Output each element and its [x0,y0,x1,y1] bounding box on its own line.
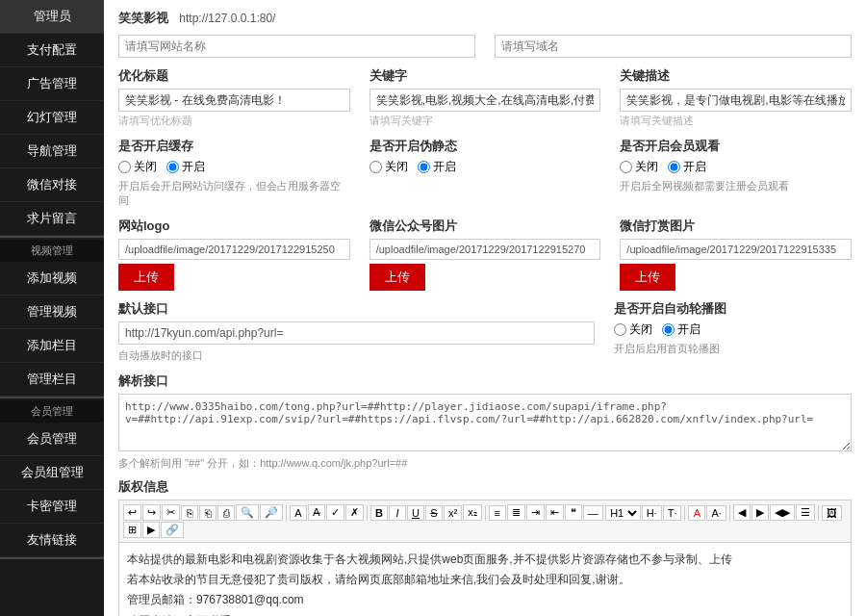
editor-btn-t-dot[interactable]: T· [663,505,682,521]
sidebar-item-member-group[interactable]: 会员组管理 [0,456,104,490]
editor-btn-selectall[interactable]: A [290,505,307,521]
cache-on-label[interactable]: 开启 [166,159,205,175]
editor-btn-outdent[interactable]: ⇤ [546,504,564,521]
editor-btn-h-dot[interactable]: H· [642,505,662,521]
sidebar-section-video: 视频管理 添加视频 管理视频 添加栏目 管理栏目 [0,240,104,398]
editor-btn-align-center[interactable]: ▶ [751,504,769,521]
editor-btn-copy[interactable]: ⎘ [181,505,198,521]
member-view-off-label[interactable]: 关闭 [620,159,658,175]
sidebar-item-member[interactable]: 会员管理 [0,423,104,456]
editor-btn-image[interactable]: 🖼 [822,505,842,521]
editor-btn-find[interactable]: 🔍 [236,504,259,521]
optimization-hint: 请填写优化标题 [118,114,350,128]
editor-select-heading[interactable]: H1H2H3p [605,505,641,521]
sidebar-item-ad[interactable]: 广告管理 [0,67,104,101]
editor-btn-align-left[interactable]: ◀ [733,504,751,521]
parser-input[interactable]: http://www.0335haibo.com/tong.php?url=##… [118,394,852,451]
editor-btn-link[interactable]: 🔗 [161,522,184,538]
editor-btn-font-color[interactable]: A [688,505,705,521]
copyright-section: 版权信息 ↩ ↪ ✂ ⎘ ⎗ ⎙ 🔍 🔎 A A̶ ✓ ✗ B I U S x²… [118,478,852,616]
editor-btn-superscript[interactable]: x² [444,505,462,521]
static-col: 是否开启伪静态 关闭 开启 [369,138,601,179]
auto-play-off-radio[interactable] [614,323,626,336]
sidebar-item-manage-video[interactable]: 管理视频 [0,295,104,329]
keywords-input[interactable] [369,89,601,112]
editor-btn-ol[interactable]: ≡ [489,505,506,521]
editor-btn-undo[interactable]: ↩ [123,504,141,521]
site-name-field [118,35,475,58]
auto-play-on-label[interactable]: 开启 [662,321,700,338]
member-view-on-radio[interactable] [668,161,680,173]
editor-btn-close[interactable]: ✗ [345,504,364,521]
sidebar-item-manage-category[interactable]: 管理栏目 [0,363,104,397]
member-view-on-label[interactable]: 开启 [668,159,706,175]
keywords-label: 关键字 [369,67,601,85]
editor-btn-bg-color[interactable]: A· [706,505,726,521]
sidebar-item-wechat[interactable]: 微信对接 [0,168,104,202]
sidebar-item-nav[interactable]: 导航管理 [0,135,104,168]
interface-row: 默认接口 自动播放时的接口 是否开启自动轮播图 关闭 开启 开启后启用首页轮播图 [118,300,852,363]
editor-btn-replace[interactable]: 🔎 [260,504,283,521]
editor-divider-5 [729,505,730,521]
site-name-input[interactable] [118,35,475,58]
editor-btn-align-right[interactable]: ◀▶ [770,504,795,521]
editor-btn-subscript[interactable]: x₂ [463,504,482,521]
auto-play-off-label[interactable]: 关闭 [614,321,652,338]
auto-play-radio-group: 关闭 开启 [614,321,852,338]
copyright-line-3: 管理员邮箱：976738801@qq.com [127,591,843,609]
editor-btn-align-justify[interactable]: ☰ [796,504,815,521]
editor-btn-spellcheck[interactable]: ✓ [326,504,344,521]
auto-play-on-radio[interactable] [662,323,675,336]
editor-btn-underline[interactable]: U [407,505,424,521]
cache-off-radio[interactable] [118,161,131,173]
static-off-radio[interactable] [369,161,382,173]
editor-btn-cut[interactable]: ✂ [162,504,180,521]
copyright-editor-content[interactable]: 本站提供的最新电影和电视剧资源收集于各大视频网站,只提供web页面服务,并不提供… [118,542,852,616]
member-view-hint: 开启后全网视频都需要注册会员观看 [620,179,852,193]
sidebar-item-friendly-link[interactable]: 友情链接 [0,524,104,557]
copyright-line-4: 购买本站程序可联系QQ：976738801 [127,612,843,616]
editor-btn-paste[interactable]: ⎗ [199,505,216,521]
site-info-row: 笑笑影视 http://127.0.0.1:80/ [118,10,852,27]
editor-btn-redo[interactable]: ↪ [142,504,161,521]
sidebar-item-request[interactable]: 求片留言 [0,202,104,236]
editor-btn-strikethrough[interactable]: S [425,505,443,521]
editor-btn-print[interactable]: ⎙ [217,505,235,521]
editor-btn-media[interactable]: ▶ [142,522,160,538]
editor-btn-bold[interactable]: B [370,505,388,521]
description-hint: 请填写关键描述 [620,114,852,128]
cache-on-radio[interactable] [166,161,179,173]
member-view-off-radio[interactable] [620,161,632,173]
wechat-scan-upload-btn[interactable]: 上传 [620,264,675,291]
editor-btn-indent[interactable]: ⇥ [526,504,545,521]
default-interface-hint: 自动播放时的接口 [118,348,595,363]
editor-btn-table[interactable]: ⊞ [123,522,141,538]
editor-btn-blockquote[interactable]: ❝ [565,504,582,521]
editor-btn-ul[interactable]: ≣ [507,504,525,521]
sidebar-item-payment[interactable]: 支付配置 [0,34,104,67]
site-domain-input[interactable] [495,35,852,58]
default-interface-input[interactable] [118,321,595,345]
static-on-label[interactable]: 开启 [418,159,456,175]
optimization-input[interactable] [118,89,350,112]
sidebar-item-slideshow[interactable]: 幻灯管理 [0,101,104,135]
cache-radio-group: 关闭 开启 [118,159,350,175]
sidebar-item-add-video[interactable]: 添加视频 [0,262,104,295]
default-interface-label: 默认接口 [118,300,595,318]
editor-btn-hr[interactable]: — [583,505,603,521]
editor-btn-removeformat[interactable]: A̶ [308,504,325,521]
editor-btn-italic[interactable]: I [389,505,406,521]
sidebar-item-admin[interactable]: 管理员 [0,0,104,34]
cache-off-label[interactable]: 关闭 [118,159,157,175]
static-radio-group: 关闭 开启 [369,159,601,175]
toggle-row: 是否开启缓存 关闭 开启 开启后会开启网站访问缓存，但会占用服务器空间 是否开启… [118,138,852,208]
wechat-img-upload-btn[interactable]: 上传 [369,264,425,291]
sidebar-item-card[interactable]: 卡密管理 [0,490,104,524]
editor-divider-4 [684,505,685,521]
description-input[interactable] [620,89,852,112]
sidebar-item-add-category[interactable]: 添加栏目 [0,329,104,363]
sidebar-member-header: 会员管理 [0,400,104,423]
static-on-radio[interactable] [418,161,430,173]
logo-upload-btn[interactable]: 上传 [118,264,174,291]
static-off-label[interactable]: 关闭 [369,159,408,175]
